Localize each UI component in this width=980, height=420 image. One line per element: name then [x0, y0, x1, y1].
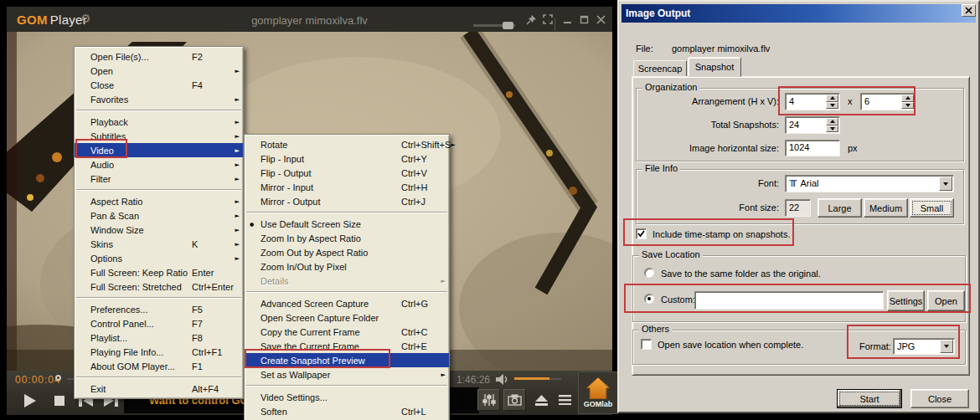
- open-button[interactable]: Open: [927, 290, 965, 311]
- menu-item-label: Filter: [90, 174, 192, 184]
- menu-item-create-snapshot-preview[interactable]: Create Snapshot Preview: [245, 353, 449, 367]
- settings-button[interactable]: Settings: [887, 290, 925, 311]
- play-button[interactable]: [17, 387, 42, 413]
- dropdown-arrow-button[interactable]: [940, 340, 953, 353]
- total-snapshots-spinner[interactable]: 24: [785, 116, 840, 134]
- submenu-arrow-icon: ►: [231, 176, 240, 182]
- close-dialog-button[interactable]: Close: [910, 389, 969, 408]
- menu-item-filter[interactable]: Filter►: [75, 172, 243, 186]
- menu-item-label: Playing File Info...: [90, 347, 192, 357]
- menu-item-mirror-input[interactable]: Mirror - InputCtrl+H: [245, 180, 449, 194]
- spin-down-button[interactable]: [901, 102, 914, 110]
- spin-up-button[interactable]: [826, 118, 838, 125]
- menu-item-window-size[interactable]: Window Size►: [75, 223, 243, 237]
- arrangement-v-spinner[interactable]: 6: [860, 93, 916, 110]
- menu-item-details[interactable]: Details►: [245, 274, 449, 288]
- pin-icon[interactable]: [524, 7, 539, 32]
- format-combobox[interactable]: JPG: [893, 338, 955, 355]
- snapshot-button[interactable]: [503, 389, 526, 411]
- volume-level[interactable]: [514, 377, 549, 380]
- menu-item-preferences[interactable]: Preferences...F5: [75, 302, 243, 316]
- font-size-large-button[interactable]: Large: [818, 198, 862, 218]
- menu-item-shortcut: Ctrl+Shift+S: [401, 140, 451, 150]
- menu-item-playback[interactable]: Playback►: [75, 115, 243, 129]
- font-size-small-button[interactable]: Small: [910, 198, 954, 218]
- menu-item-full-screen-keep-ratio[interactable]: Full Screen: Keep RatioEnter: [75, 265, 243, 279]
- menu-item-set-as-wallpaper[interactable]: Set as Wallpaper►: [245, 367, 449, 382]
- menu-item-aspect-ratio[interactable]: Aspect Ratio►: [75, 194, 243, 208]
- open-location-checkbox[interactable]: [641, 339, 652, 350]
- menu-button[interactable]: [554, 389, 575, 411]
- menu-item-playlist[interactable]: Playlist...F8: [75, 330, 243, 345]
- arrangement-h-value: 4: [789, 96, 794, 106]
- dialog-titlebar: Image Output: [622, 4, 976, 23]
- submenu-arrow-icon: ►: [231, 96, 240, 103]
- menu-item-use-default-screen-size[interactable]: ●Use Default Screen Size: [245, 217, 449, 231]
- menu-item-about-gom-player[interactable]: About GOM Player...F1: [75, 359, 243, 373]
- gomlab-button[interactable]: GOMlab: [578, 371, 618, 414]
- speaker-icon[interactable]: [495, 372, 510, 386]
- font-size-medium-button[interactable]: Medium: [864, 198, 908, 218]
- spin-down-button[interactable]: [826, 102, 838, 110]
- menu-item-video[interactable]: Video►: [75, 143, 243, 157]
- custom-radio[interactable]: [644, 294, 654, 304]
- menu-item-full-screen-stretched[interactable]: Full Screen: StretchedCtrl+Enter: [75, 279, 243, 294]
- menu-item-flip-input[interactable]: Flip - InputCtrl+Y: [245, 151, 449, 166]
- menu-item-advanced-screen-capture[interactable]: Advanced Screen CaptureCtrl+G: [245, 296, 449, 310]
- menu-item-shortcut: F8: [192, 333, 231, 343]
- menu-item-label: Playlist...: [90, 333, 192, 343]
- menu-item-options[interactable]: Options►: [75, 251, 243, 265]
- tab-snapshot[interactable]: Snapshot: [688, 57, 741, 77]
- menu-item-soften[interactable]: SoftenCtrl+L: [245, 404, 449, 418]
- menu-item-zoom-out-by-aspect-ratio[interactable]: Zoom Out by Aspect Ratio: [245, 245, 449, 259]
- menu-item-control-panel[interactable]: Control Panel...F7: [75, 316, 243, 330]
- custom-path-input[interactable]: [694, 291, 884, 310]
- menu-item-mirror-output[interactable]: Mirror - OutputCtrl+J: [245, 194, 449, 208]
- arrangement-v-value: 6: [864, 96, 869, 106]
- menu-item-video-settings[interactable]: Video Settings...: [245, 390, 449, 404]
- menu-item-skins[interactable]: SkinsK►: [75, 237, 243, 251]
- menu-item-audio[interactable]: Audio►: [75, 157, 243, 172]
- stop-button[interactable]: [49, 387, 70, 413]
- font-combobox[interactable]: TT Arial: [785, 175, 954, 192]
- menu-item-label: Open Screen Capture Folder: [260, 313, 401, 323]
- screen: GOMPlayer ⚙ gomplayer mimoxilva.flv: [0, 0, 980, 420]
- spin-up-button[interactable]: [901, 95, 914, 102]
- menu-item-label: Playback: [90, 117, 192, 127]
- menu-item-open-file-s[interactable]: Open File(s)...F2: [75, 49, 243, 64]
- close-button[interactable]: [593, 7, 608, 32]
- spin-up-button[interactable]: [826, 95, 838, 102]
- same-folder-radio[interactable]: [644, 268, 654, 278]
- menu-item-open[interactable]: Open►: [75, 64, 243, 78]
- equalizer-button[interactable]: [477, 389, 500, 411]
- font-size-input[interactable]: 22: [785, 199, 811, 217]
- menu-item-zoom-in-by-aspect-ratio[interactable]: Zoom In by Aspect Ratio: [245, 231, 449, 245]
- opacity-slider-knob[interactable]: [503, 22, 513, 29]
- minimize-button[interactable]: [560, 7, 575, 32]
- menu-item-rotate[interactable]: RotateCtrl+Shift+S►: [245, 137, 449, 151]
- menu-item-exit[interactable]: ExitAlt+F4: [75, 382, 243, 396]
- maximize-button[interactable]: [576, 7, 591, 32]
- menu-item-subtitles[interactable]: Subtitles►: [75, 129, 243, 143]
- menu-item-copy-the-current-frame[interactable]: Copy the Current FrameCtrl+C: [245, 325, 449, 339]
- menu-separator: [246, 385, 447, 387]
- dialog-close-button[interactable]: [962, 4, 976, 17]
- menu-item-open-screen-capture-folder[interactable]: Open Screen Capture Folder: [245, 310, 449, 325]
- menu-item-pan-scan[interactable]: Pan & Scan►: [75, 208, 243, 223]
- menu-item-favorites[interactable]: Favorites►: [75, 92, 243, 106]
- seek-knob[interactable]: [55, 375, 61, 381]
- arrangement-h-spinner[interactable]: 4: [785, 93, 840, 110]
- eject-button[interactable]: [531, 389, 551, 411]
- menu-item-zoom-in-out-by-pixel[interactable]: Zoom In/Out by Pixel: [245, 259, 449, 274]
- menu-item-close[interactable]: CloseF4: [75, 78, 243, 92]
- tab-screencap[interactable]: Screencap: [633, 60, 687, 77]
- dropdown-arrow-button[interactable]: [939, 177, 952, 191]
- spin-down-button[interactable]: [826, 125, 838, 133]
- image-size-input[interactable]: 1024: [785, 140, 840, 156]
- timestamp-checkbox[interactable]: [636, 228, 647, 239]
- start-button[interactable]: Start: [837, 389, 902, 408]
- menu-item-save-the-current-frame[interactable]: Save the Current FrameCtrl+E: [245, 339, 449, 353]
- menu-item-flip-output[interactable]: Flip - OutputCtrl+V: [245, 166, 449, 180]
- fullscreen-icon[interactable]: [540, 7, 555, 32]
- menu-item-playing-file-info[interactable]: Playing File Info...Ctrl+F1: [75, 345, 243, 359]
